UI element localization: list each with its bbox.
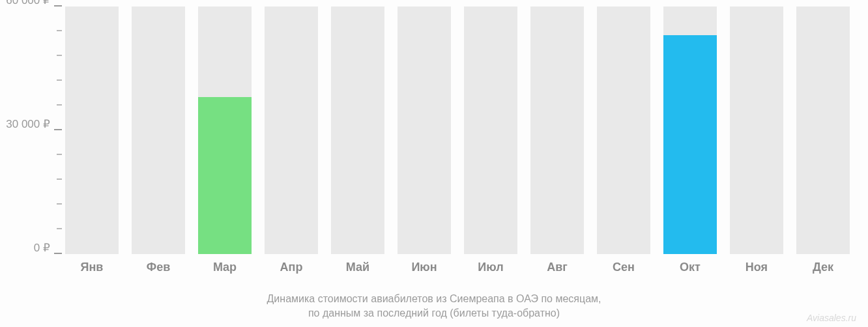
x-tick-label: Сен [597,261,650,274]
bar-background [265,7,318,254]
x-tick-label: Окт [663,261,717,274]
x-tick-label: Июн [398,261,451,274]
y-tick-mark [57,55,62,56]
bar-slot [331,7,384,254]
x-tick-label: Апр [265,261,318,274]
chart-plot-area [65,7,860,254]
x-tick-label: Фев [132,261,185,274]
bar-slot [730,7,783,254]
bar-slot [398,7,451,254]
bar-background [597,7,650,254]
x-tick-label: Июл [464,261,517,274]
bar-slot [65,7,119,254]
x-tick-label: Май [331,261,384,274]
bar-value [198,97,252,254]
y-tick-mark [57,154,62,155]
bar-background [796,7,850,254]
bar-background [65,7,119,254]
y-tick-mark [54,129,62,130]
bar-slot [464,7,517,254]
bar-background [331,7,384,254]
y-axis: 0 ₽30 000 ₽60 000 ₽ [0,7,62,254]
y-tick-mark [57,30,62,31]
x-tick-label: Янв [65,261,119,274]
chart-caption-line1: Динамика стоимости авиабилетов из Сиемре… [0,292,868,306]
y-tick-label: 0 ₽ [34,240,50,254]
y-tick-mark [57,178,62,180]
bar-background [730,7,783,254]
bar-slot [796,7,850,254]
bar-slot [265,7,318,254]
x-tick-label: Авг [530,261,584,274]
bar-background [132,7,185,254]
y-tick-mark [57,203,62,205]
y-tick-mark [57,228,62,229]
y-tick-label: 60 000 ₽ [6,0,50,7]
bar-background [530,7,584,254]
bar-slot [198,7,252,254]
x-tick-label: Дек [796,261,850,274]
y-tick-mark [54,5,62,7]
bar-slot [530,7,584,254]
y-tick-mark [54,253,62,254]
bar-background [398,7,451,254]
bar-background [464,7,517,254]
y-tick-mark [57,104,62,106]
y-tick-mark [57,79,62,81]
y-tick-label: 30 000 ₽ [6,117,50,130]
chart-caption-line2: по данным за последний год (билеты туда-… [0,306,868,320]
bar-value [663,35,717,254]
x-tick-label: Ноя [730,261,783,274]
x-axis-labels: ЯнвФевМарАпрМайИюнИюлАвгСенОктНояДек [65,261,860,280]
x-tick-label: Мар [198,261,252,274]
watermark: Aviasales.ru [807,313,856,323]
bar-slot [132,7,185,254]
bar-slot [663,7,717,254]
bar-slot [597,7,650,254]
